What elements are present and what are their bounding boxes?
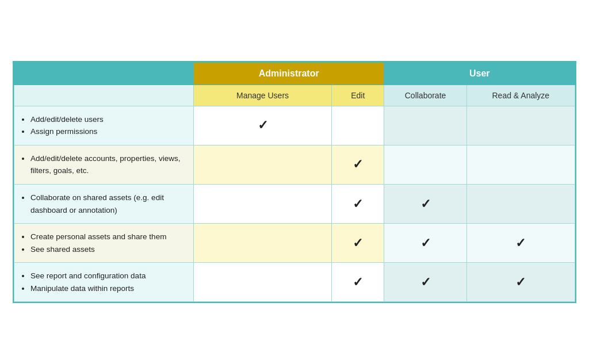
checkmark-icon: ✓: [338, 157, 378, 172]
table-row: Add/edit/delete accounts, properties, vi…: [14, 145, 575, 184]
header-manage: Manage Users: [194, 85, 332, 106]
table-row: See report and configuration dataManipul…: [14, 263, 575, 302]
desc-cell: See report and configuration dataManipul…: [14, 263, 194, 302]
checkmark-icon: ✓: [200, 118, 326, 133]
read-cell: [466, 106, 575, 145]
desc-item: Create personal assets and share them: [30, 231, 188, 243]
desc-item: Add/edit/delete accounts, properties, vi…: [30, 152, 188, 177]
edit-cell: ✓: [332, 263, 384, 302]
header-collab: Collaborate: [384, 85, 466, 106]
header-desc-empty: [14, 62, 194, 85]
collab-cell: [384, 145, 466, 184]
header-edit: Edit: [332, 85, 384, 106]
table-row: Add/edit/delete usersAssign permissions✓: [14, 106, 575, 145]
manage-cell: [194, 263, 332, 302]
checkmark-icon: ✓: [473, 236, 569, 251]
checkmark-icon: ✓: [390, 275, 460, 290]
desc-item: See shared assets: [30, 243, 188, 256]
checkmark-icon: ✓: [473, 275, 569, 290]
header-user: User: [384, 62, 575, 85]
desc-item: Manipulate data within reports: [30, 282, 188, 295]
permissions-table-wrapper: Administrator User Manage Users Edit Col…: [13, 61, 576, 304]
read-cell: ✓: [466, 263, 575, 302]
read-cell: [466, 145, 575, 184]
desc-item: Collaborate on shared assets (e.g. edit …: [30, 191, 188, 216]
read-cell: [466, 184, 575, 223]
manage-cell: [194, 184, 332, 223]
desc-item: Add/edit/delete users: [30, 113, 188, 126]
table-row: Collaborate on shared assets (e.g. edit …: [14, 184, 575, 223]
desc-cell: Collaborate on shared assets (e.g. edit …: [14, 184, 194, 223]
checkmark-icon: ✓: [338, 236, 378, 251]
checkmark-icon: ✓: [390, 236, 460, 251]
desc-cell: Create personal assets and share themSee…: [14, 224, 194, 263]
collab-cell: [384, 106, 466, 145]
permissions-table: Administrator User Manage Users Edit Col…: [14, 62, 575, 302]
manage-cell: [194, 224, 332, 263]
desc-item: See report and configuration data: [30, 270, 188, 282]
edit-cell: [332, 106, 384, 145]
collab-cell: ✓: [384, 224, 466, 263]
manage-cell: [194, 145, 332, 184]
header-row-1: Administrator User: [14, 62, 575, 85]
header-sub-desc-empty: [14, 85, 194, 106]
collab-cell: ✓: [384, 263, 466, 302]
desc-cell: Add/edit/delete accounts, properties, vi…: [14, 145, 194, 184]
edit-cell: ✓: [332, 184, 384, 223]
checkmark-icon: ✓: [390, 197, 460, 212]
edit-cell: ✓: [332, 224, 384, 263]
manage-cell: ✓: [194, 106, 332, 145]
header-admin: Administrator: [194, 62, 384, 85]
desc-cell: Add/edit/delete usersAssign permissions: [14, 106, 194, 145]
header-read: Read & Analyze: [466, 85, 575, 106]
collab-cell: ✓: [384, 184, 466, 223]
checkmark-icon: ✓: [338, 197, 378, 212]
edit-cell: ✓: [332, 145, 384, 184]
desc-item: Assign permissions: [30, 125, 188, 138]
read-cell: ✓: [466, 224, 575, 263]
checkmark-icon: ✓: [338, 275, 378, 290]
table-row: Create personal assets and share themSee…: [14, 224, 575, 263]
header-row-2: Manage Users Edit Collaborate Read & Ana…: [14, 85, 575, 106]
